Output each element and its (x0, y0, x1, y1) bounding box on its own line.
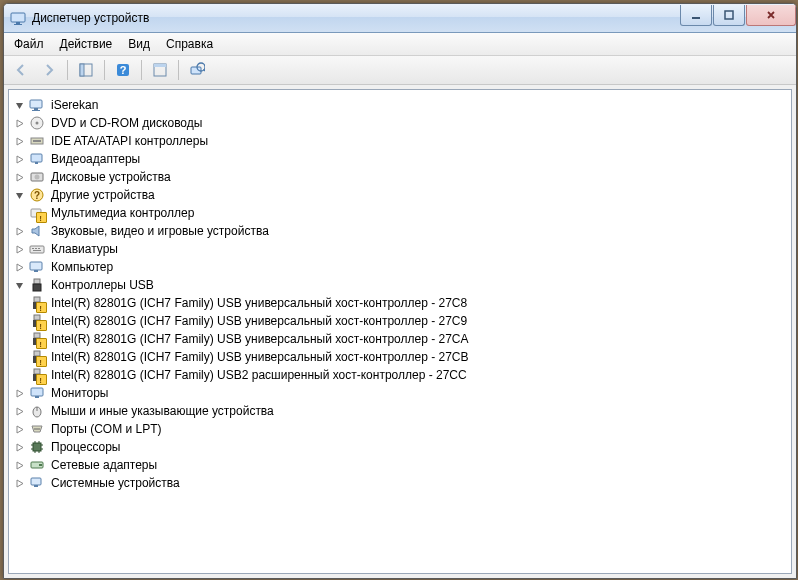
svg-rect-64 (39, 464, 42, 466)
back-button[interactable] (8, 57, 34, 83)
tree-node-usb-27c8[interactable]: Intel(R) 82801G (ICH7 Family) USB универ… (13, 294, 787, 312)
minimize-button[interactable] (680, 5, 712, 26)
svg-rect-1 (16, 22, 20, 24)
show-hide-tree-button[interactable] (73, 57, 99, 83)
tree-node-other[interactable]: ? Другие устройства (13, 186, 787, 204)
tree-node-ide[interactable]: IDE ATA/ATAPI контроллеры (13, 132, 787, 150)
tree-label: Компьютер (49, 259, 115, 275)
device-tree-panel[interactable]: iSerekan DVD и CD-ROM дисководы IDE ATA/… (8, 89, 792, 574)
help-button[interactable]: ? (110, 57, 136, 83)
ide-controller-icon (29, 133, 45, 149)
tree-node-dvd[interactable]: DVD и CD-ROM дисководы (13, 114, 787, 132)
device-tree: iSerekan DVD и CD-ROM дисководы IDE ATA/… (13, 96, 787, 492)
no-expand (13, 297, 25, 309)
tree-label: Порты (COM и LPT) (49, 421, 164, 437)
tree-node-computer[interactable]: Компьютер (13, 258, 787, 276)
tree-node-keyboard[interactable]: Клавиатуры (13, 240, 787, 258)
svg-rect-29 (32, 248, 34, 249)
menu-action[interactable]: Действие (52, 34, 121, 54)
computer-icon (29, 259, 45, 275)
tree-node-system[interactable]: Системные устройства (13, 474, 787, 492)
svg-rect-66 (34, 485, 38, 487)
tree-label: Intel(R) 82801G (ICH7 Family) USB универ… (49, 313, 469, 329)
svg-rect-10 (154, 64, 166, 67)
forward-button[interactable] (36, 57, 62, 83)
collapse-icon[interactable] (13, 279, 25, 291)
tree-root[interactable]: iSerekan (13, 96, 787, 114)
titlebar: Диспетчер устройств (4, 4, 796, 33)
expand-icon[interactable] (13, 261, 25, 273)
tree-node-ports[interactable]: Порты (COM и LPT) (13, 420, 787, 438)
tree-node-disk[interactable]: Дисковые устройства (13, 168, 787, 186)
maximize-button[interactable] (713, 5, 745, 26)
tree-node-usb-27ca[interactable]: Intel(R) 82801G (ICH7 Family) USB универ… (13, 330, 787, 348)
expand-icon[interactable] (13, 423, 25, 435)
tree-node-multimedia-controller[interactable]: Мультимедиа контроллер (13, 204, 787, 222)
svg-rect-43 (34, 351, 40, 356)
svg-rect-27 (31, 209, 41, 217)
expand-icon[interactable] (13, 477, 25, 489)
tree-label: IDE ATA/ATAPI контроллеры (49, 133, 210, 149)
svg-rect-34 (34, 270, 38, 272)
tree-root-label: iSerekan (49, 97, 100, 113)
tree-node-usb[interactable]: Контроллеры USB (13, 276, 787, 294)
expand-icon[interactable] (13, 135, 25, 147)
tree-node-usb-27cc[interactable]: Intel(R) 82801G (ICH7 Family) USB2 расши… (13, 366, 787, 384)
tree-node-usb-27cb[interactable]: Intel(R) 82801G (ICH7 Family) USB универ… (13, 348, 787, 366)
collapse-icon[interactable] (13, 189, 25, 201)
tree-node-sound[interactable]: Звуковые, видео и игровые устройства (13, 222, 787, 240)
menu-view[interactable]: Вид (120, 34, 158, 54)
expand-icon[interactable] (13, 387, 25, 399)
svg-rect-47 (31, 388, 43, 396)
window-title: Диспетчер устройств (32, 11, 679, 25)
tree-label: Intel(R) 82801G (ICH7 Family) USB универ… (49, 349, 471, 365)
disc-icon (29, 115, 45, 131)
tree-label: Контроллеры USB (49, 277, 156, 293)
tree-label: Сетевые адаптеры (49, 457, 159, 473)
expand-icon[interactable] (13, 153, 25, 165)
network-adapter-icon (29, 457, 45, 473)
usb-device-icon (29, 295, 45, 311)
expand-icon[interactable] (13, 117, 25, 129)
tree-label: Intel(R) 82801G (ICH7 Family) USB универ… (49, 331, 471, 347)
toolbar-separator (104, 60, 105, 80)
collapse-icon[interactable] (13, 99, 25, 111)
close-button[interactable] (746, 5, 796, 26)
svg-rect-20 (33, 140, 41, 142)
svg-point-18 (36, 122, 39, 125)
tree-node-monitor[interactable]: Мониторы (13, 384, 787, 402)
svg-rect-35 (34, 279, 40, 284)
toolbar-separator (141, 60, 142, 80)
toolbar-separator (178, 60, 179, 80)
tree-node-mouse[interactable]: Мыши и иные указывающие устройства (13, 402, 787, 420)
expand-icon[interactable] (13, 225, 25, 237)
no-expand (13, 333, 25, 345)
tree-label: Другие устройства (49, 187, 157, 203)
tree-node-usb-27c9[interactable]: Intel(R) 82801G (ICH7 Family) USB универ… (13, 312, 787, 330)
expand-icon[interactable] (13, 459, 25, 471)
expand-icon[interactable] (13, 171, 25, 183)
no-expand (13, 369, 25, 381)
properties-button[interactable] (147, 57, 173, 83)
disk-drive-icon (29, 169, 45, 185)
tree-node-cpu[interactable]: Процессоры (13, 438, 787, 456)
keyboard-icon (29, 241, 45, 257)
menu-file[interactable]: Файл (6, 34, 52, 54)
monitor-icon (29, 385, 45, 401)
tree-node-video[interactable]: Видеоадаптеры (13, 150, 787, 168)
svg-rect-2 (14, 24, 22, 25)
scan-hardware-button[interactable] (184, 57, 210, 83)
menu-help[interactable]: Справка (158, 34, 221, 54)
svg-rect-32 (33, 250, 41, 251)
tree-node-network[interactable]: Сетевые адаптеры (13, 456, 787, 474)
svg-rect-46 (33, 374, 41, 381)
svg-rect-28 (30, 246, 44, 253)
tree-label: Клавиатуры (49, 241, 120, 257)
window-controls (679, 5, 796, 25)
svg-rect-41 (34, 333, 40, 338)
display-adapter-icon (29, 151, 45, 167)
expand-icon[interactable] (13, 405, 25, 417)
expand-icon[interactable] (13, 441, 25, 453)
svg-rect-42 (33, 338, 41, 345)
expand-icon[interactable] (13, 243, 25, 255)
